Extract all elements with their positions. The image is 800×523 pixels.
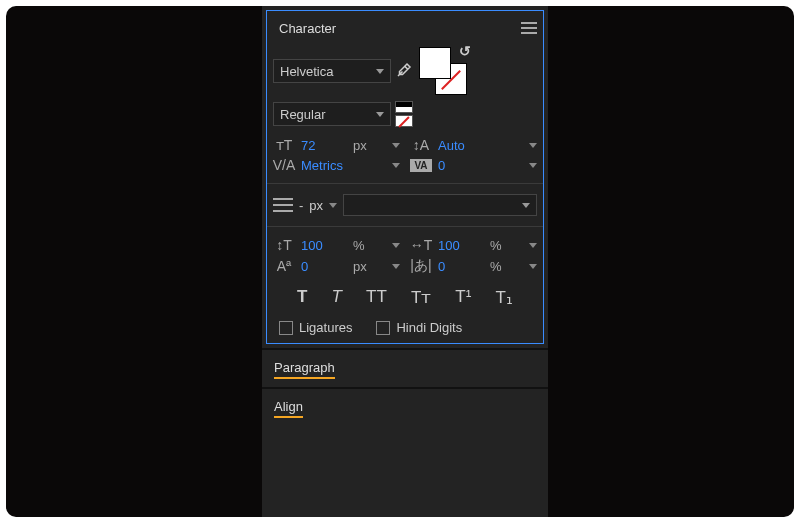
stroke-style-dropdown[interactable] (343, 194, 537, 216)
stroke-width-value[interactable]: - (299, 198, 303, 213)
leading-field[interactable]: ↕A Auto (410, 137, 537, 153)
eyedropper-icon[interactable] (395, 61, 413, 82)
kerning-icon: V/A (273, 157, 295, 173)
swap-colors-icon[interactable]: ↺ (459, 43, 471, 59)
bw-swatch-icon[interactable] (395, 101, 413, 113)
tsume-field[interactable]: |あ| 0 % (410, 257, 537, 275)
ligatures-checkbox[interactable]: Ligatures (279, 320, 352, 335)
stroke-width-icon (273, 198, 293, 212)
chevron-down-icon[interactable] (392, 163, 400, 168)
horizontal-scale-icon: ↔T (410, 237, 432, 253)
character-panel: Character Helvetica ↺ (266, 10, 544, 344)
baseline-shift-icon: Aª (273, 258, 295, 274)
panel-title: Character (273, 21, 336, 36)
chevron-down-icon (522, 203, 530, 208)
superscript-button[interactable]: T¹ (455, 287, 471, 308)
tracking-field[interactable]: VA 0 (410, 157, 537, 173)
ligatures-label: Ligatures (299, 320, 352, 335)
hindi-digits-label: Hindi Digits (396, 320, 462, 335)
align-title: Align (274, 399, 303, 418)
horizontal-scale-value[interactable]: 100 (438, 238, 484, 253)
baseline-shift-value[interactable]: 0 (301, 259, 347, 274)
tsume-value[interactable]: 0 (438, 259, 484, 274)
font-family-dropdown[interactable]: Helvetica (273, 59, 391, 83)
align-panel-header[interactable]: Align (262, 387, 548, 426)
panel-menu-icon[interactable] (521, 22, 537, 34)
leading-value[interactable]: Auto (438, 138, 484, 153)
none-swatch-icon[interactable] (395, 115, 413, 127)
chevron-down-icon[interactable] (529, 264, 537, 269)
chevron-down-icon[interactable] (529, 163, 537, 168)
font-size-field[interactable]: ᴛT 72 px (273, 137, 400, 153)
chevron-down-icon[interactable] (392, 243, 400, 248)
all-caps-button[interactable]: TT (366, 287, 387, 308)
kerning-value[interactable]: Metrics (301, 158, 347, 173)
fill-stroke-swatch[interactable]: ↺ (419, 47, 467, 95)
chevron-down-icon[interactable] (529, 143, 537, 148)
fill-color-swatch[interactable] (419, 47, 451, 79)
font-size-icon: ᴛT (273, 137, 295, 153)
checkbox-icon[interactable] (279, 321, 293, 335)
font-style-dropdown[interactable]: Regular (273, 102, 391, 126)
paragraph-title: Paragraph (274, 360, 335, 379)
chevron-down-icon (376, 112, 384, 117)
horizontal-scale-field[interactable]: ↔T 100 % (410, 237, 537, 253)
panel-header: Character (273, 15, 537, 41)
type-style-buttons: T T TT Tᴛ T¹ T₁ (273, 287, 537, 308)
hindi-digits-checkbox[interactable]: Hindi Digits (376, 320, 462, 335)
subscript-button[interactable]: T₁ (495, 287, 512, 308)
chevron-down-icon (376, 69, 384, 74)
baseline-shift-field[interactable]: Aª 0 px (273, 257, 400, 275)
font-family-value: Helvetica (280, 64, 333, 79)
chevron-down-icon[interactable] (392, 264, 400, 269)
checkbox-icon[interactable] (376, 321, 390, 335)
font-style-value: Regular (280, 107, 326, 122)
tracking-icon: VA (410, 159, 432, 172)
tracking-value[interactable]: 0 (438, 158, 484, 173)
panel-stack: Character Helvetica ↺ (262, 6, 548, 517)
chevron-down-icon[interactable] (529, 243, 537, 248)
faux-bold-button[interactable]: T (297, 287, 307, 308)
vertical-scale-icon: ↕T (273, 237, 295, 253)
vertical-scale-field[interactable]: ↕T 100 % (273, 237, 400, 253)
small-caps-button[interactable]: Tᴛ (411, 287, 431, 308)
paragraph-panel-header[interactable]: Paragraph (262, 348, 548, 387)
tsume-icon: |あ| (410, 257, 432, 275)
separator (267, 183, 543, 184)
leading-icon: ↕A (410, 137, 432, 153)
chevron-down-icon[interactable] (329, 203, 337, 208)
kerning-field[interactable]: V/A Metrics (273, 157, 400, 173)
faux-italic-button[interactable]: T (332, 287, 342, 308)
chevron-down-icon[interactable] (392, 143, 400, 148)
font-size-value[interactable]: 72 (301, 138, 347, 153)
default-swatches[interactable] (395, 101, 413, 127)
separator (267, 226, 543, 227)
vertical-scale-value[interactable]: 100 (301, 238, 347, 253)
